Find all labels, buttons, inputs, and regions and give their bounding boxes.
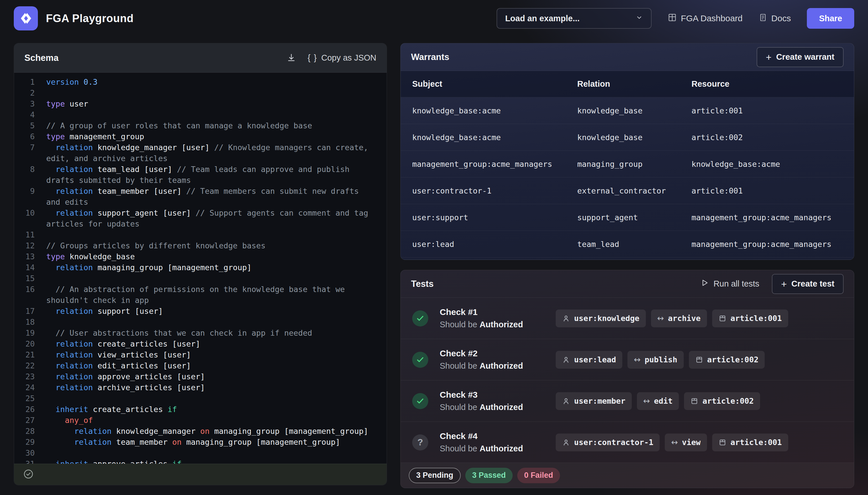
- relation-arrows-icon: ↔: [643, 396, 650, 406]
- relation-badge: ↔publish: [627, 351, 683, 369]
- test-check-row[interactable]: Check #2 Should be Authorized user:lead …: [401, 339, 854, 380]
- schema-header: Schema { } Copy as JSON: [14, 44, 387, 73]
- download-icon[interactable]: [287, 53, 296, 63]
- line-number: 29: [14, 437, 35, 448]
- code-line: drafts submitted by their teams: [14, 175, 387, 186]
- test-check-row[interactable]: ? Check #4 Should be Authorized user:con…: [401, 422, 854, 463]
- code-text: relation team_member [user] // Team memb…: [35, 186, 359, 197]
- test-check-badges: user:contractor-1 ↔view article:001: [556, 433, 788, 451]
- line-number: 30: [14, 448, 35, 459]
- test-check-name: Check #1: [440, 307, 556, 317]
- code-line: 19 // User abstractions that we can chec…: [14, 328, 387, 339]
- warrant-row[interactable]: knowledge_base:acmeknowledge_basearticle…: [401, 124, 854, 151]
- code-text: relation create_articles [user]: [35, 339, 200, 349]
- code-text: relation support [user]: [35, 306, 163, 317]
- code-text: [35, 229, 46, 240]
- failed-count-badge[interactable]: 0 Failed: [517, 468, 560, 483]
- main-layout: Schema { } Copy as JSON 1version 0.323ty…: [0, 37, 868, 488]
- code-line: 21 relation view_articles [user]: [14, 349, 387, 360]
- line-number: 10: [14, 208, 35, 219]
- code-text: type management_group: [35, 131, 144, 142]
- warrant-row[interactable]: knowledge_base:acmeknowledge_basearticle…: [401, 97, 854, 124]
- code-line: 1version 0.3: [14, 76, 387, 88]
- create-test-button[interactable]: + Create test: [772, 274, 844, 294]
- code-line: 5// A group of user roles that can manag…: [14, 120, 387, 131]
- pending-count-badge[interactable]: 3 Pending: [409, 468, 461, 483]
- line-number: 27: [14, 415, 35, 426]
- line-number: 7: [14, 142, 35, 153]
- resource-box-icon: [718, 439, 727, 446]
- check-passed-icon: [412, 310, 428, 326]
- line-number: [14, 219, 35, 229]
- nav-docs[interactable]: Docs: [759, 13, 791, 24]
- warrant-row[interactable]: management_group:acme_managersmanaging_g…: [401, 151, 854, 177]
- tests-list: Check #1 Should be Authorized user:knowl…: [401, 298, 854, 463]
- tests-actions: Run all tests + Create test: [700, 274, 844, 294]
- copy-as-json-button[interactable]: { } Copy as JSON: [308, 53, 376, 63]
- code-line: 3type user: [14, 99, 387, 109]
- load-example-select[interactable]: Load an example...: [497, 8, 652, 29]
- test-check-meta: Check #2 Should be Authorized: [440, 348, 556, 371]
- subject-badge: user:lead: [556, 351, 622, 369]
- relation-arrows-icon: ↔: [634, 355, 640, 364]
- test-check-badges: user:member ↔edit article:002: [556, 392, 760, 410]
- passed-count-badge[interactable]: 3 Passed: [465, 468, 513, 483]
- top-bar: FGA Playground Load an example... FGA Da…: [0, 0, 868, 37]
- brand: FGA Playground: [14, 6, 134, 31]
- code-line: 31 inherit approve_articles if: [14, 459, 387, 464]
- warrant-relation: team_lead: [577, 240, 692, 249]
- code-line: 24 relation archive_articles [user]: [14, 382, 387, 393]
- line-number: 11: [14, 229, 35, 240]
- line-number: 24: [14, 382, 35, 393]
- warrants-panel: Warrants + Create warrant Subject Relati…: [400, 43, 854, 260]
- code-line: shouldn't check in app: [14, 295, 387, 306]
- line-number: 22: [14, 360, 35, 371]
- relation-arrows-icon: ↔: [671, 438, 678, 447]
- code-text: drafts submitted by their teams: [35, 175, 191, 186]
- relation-arrows-icon: ↔: [657, 313, 664, 323]
- tests-title: Tests: [411, 279, 434, 289]
- warrant-row[interactable]: user:leadteam_leadmanagement_group:acme_…: [401, 231, 854, 258]
- play-icon: [700, 278, 709, 289]
- code-line: 29 relation team_member on managing_grou…: [14, 437, 387, 448]
- warrant-row[interactable]: user:contractor-1external_contractorarti…: [401, 177, 854, 204]
- test-check-row[interactable]: Check #3 Should be Authorized user:membe…: [401, 380, 854, 422]
- schema-code-editor[interactable]: 1version 0.323type user45// A group of u…: [14, 73, 387, 464]
- code-line: 14 relation managing_group [management_g…: [14, 262, 387, 273]
- code-text: relation archive_articles [user]: [35, 382, 205, 393]
- line-number: 13: [14, 251, 35, 262]
- schema-title: Schema: [24, 53, 58, 63]
- line-number: 26: [14, 404, 35, 415]
- line-number: 1: [14, 76, 35, 88]
- check-passed-icon: [412, 393, 428, 409]
- tests-panel: Tests Run all tests + Create test: [400, 270, 854, 488]
- create-warrant-button[interactable]: + Create warrant: [757, 47, 844, 67]
- resource-box-icon: [690, 397, 698, 405]
- test-check-expectation: Should be Authorized: [440, 403, 556, 412]
- code-text: [35, 88, 46, 99]
- code-text: shouldn't check in app: [35, 295, 149, 306]
- test-check-row[interactable]: Check #1 Should be Authorized user:knowl…: [401, 298, 854, 339]
- test-check-meta: Check #3 Should be Authorized: [440, 390, 556, 412]
- column-resource: Resource: [692, 79, 854, 89]
- test-check-expectation: Should be Authorized: [440, 361, 556, 371]
- test-check-expectation: Should be Authorized: [440, 444, 556, 454]
- warrant-relation: knowledge_base: [577, 133, 692, 142]
- code-text: relation edit_articles [user]: [35, 360, 191, 371]
- code-text: [35, 273, 46, 284]
- warrant-row[interactable]: user:supportsupport_agentmanagement_grou…: [401, 204, 854, 231]
- code-text: inherit approve_articles if: [35, 459, 181, 464]
- code-text: any_of: [35, 415, 93, 426]
- nav-fga-dashboard[interactable]: FGA Dashboard: [667, 13, 743, 24]
- run-all-tests-button[interactable]: Run all tests: [700, 278, 760, 289]
- code-line: 4: [14, 109, 387, 120]
- code-text: // Groups articles by different knowledg…: [35, 240, 265, 251]
- line-number: [14, 175, 35, 186]
- code-line: 26 inherit create_articles if: [14, 404, 387, 415]
- tests-header: Tests Run all tests + Create test: [401, 270, 854, 298]
- warrant-subject: user:lead: [412, 240, 577, 249]
- code-line: 6type management_group: [14, 131, 387, 142]
- share-button[interactable]: Share: [807, 8, 854, 29]
- user-icon: [562, 356, 570, 364]
- resource-badge: article:001: [712, 433, 788, 451]
